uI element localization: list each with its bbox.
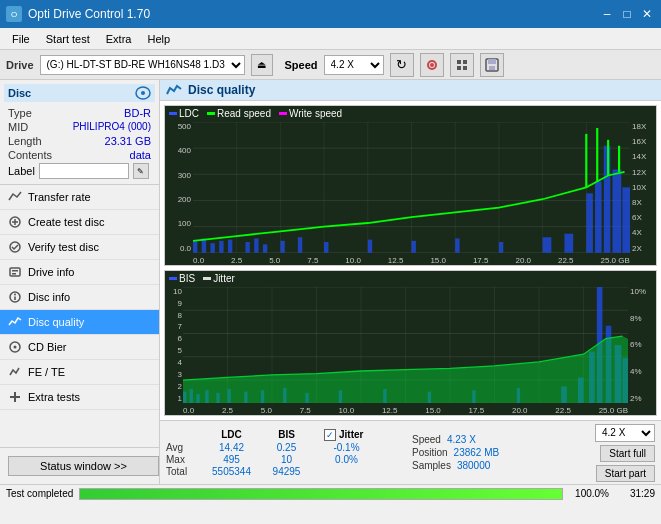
disc-contents-row: Contents data	[4, 148, 155, 162]
legend-write-speed: Write speed	[279, 108, 342, 119]
nav-disc-info[interactable]: Disc info	[0, 285, 159, 310]
nav-drive-info[interactable]: Drive info	[0, 260, 159, 285]
menu-start-test[interactable]: Start test	[38, 31, 98, 47]
svg-rect-60	[613, 170, 622, 253]
app-icon: O	[6, 6, 22, 22]
start-full-button[interactable]: Start full	[600, 445, 655, 462]
samples-row: Samples 380000	[412, 460, 542, 471]
transfer-rate-icon	[8, 190, 22, 204]
panel-icon	[166, 83, 182, 97]
svg-rect-49	[298, 237, 302, 252]
charts-area: LDC Read speed Write speed 500 400 30	[160, 101, 661, 420]
svg-rect-45	[245, 242, 249, 253]
progress-bar-bg	[79, 488, 563, 500]
drive-info-icon	[8, 265, 22, 279]
disc-label-edit-button[interactable]: ✎	[133, 163, 149, 179]
svg-rect-58	[595, 181, 602, 252]
stats-avg-row: Avg 14.42 0.25 -0.1%	[166, 442, 406, 453]
svg-rect-4	[457, 66, 461, 70]
nav-disc-quality[interactable]: Disc quality	[0, 310, 159, 335]
drive-label: Drive	[6, 59, 34, 71]
chart1-y-left: 500 400 300 200 100 0.0	[165, 122, 193, 253]
menu-file[interactable]: File	[4, 31, 38, 47]
svg-rect-57	[586, 193, 593, 252]
disc-quality-icon	[8, 315, 22, 329]
legend-ldc: LDC	[169, 108, 199, 119]
chart1-svg	[193, 122, 630, 253]
stats-max-row: Max 495 10 0.0%	[166, 454, 406, 465]
progress-bar-fill	[80, 489, 562, 499]
svg-rect-55	[543, 237, 552, 252]
sidebar: Disc Type BD-R MID PHILIPRO4 (000) Lengt…	[0, 80, 160, 484]
verify-test-disc-icon	[8, 240, 22, 254]
minimize-button[interactable]: –	[599, 6, 615, 22]
stats-panel: LDC BIS ✓ Jitter Avg 14.42 0.25 -0.1% Ma…	[160, 420, 661, 484]
eject-button[interactable]: ⏏	[251, 54, 273, 76]
extra-tests-icon	[8, 390, 22, 404]
nav-transfer-rate[interactable]: Transfer rate	[0, 185, 159, 210]
close-button[interactable]: ✕	[639, 6, 655, 22]
settings-button1[interactable]	[420, 53, 444, 77]
drive-bar: Drive (G:) HL-DT-ST BD-RE WH16NS48 1.D3 …	[0, 50, 661, 80]
maximize-button[interactable]: □	[619, 6, 635, 22]
disc-label-row: Label ✎	[4, 162, 155, 180]
legend-read-speed: Read speed	[207, 108, 271, 119]
speed-info-panel: Speed 4.23 X Position 23862 MB Samples 3…	[412, 434, 542, 471]
create-test-disc-icon	[8, 215, 22, 229]
stats-header-row: LDC BIS ✓ Jitter	[166, 429, 406, 441]
progress-time: 31:29	[615, 488, 655, 499]
legend-bis: BIS	[169, 273, 195, 284]
status-window-button[interactable]: Status window >>	[8, 456, 159, 476]
svg-rect-56	[564, 234, 573, 253]
disc-section: Disc Type BD-R MID PHILIPRO4 (000) Lengt…	[0, 80, 159, 185]
svg-rect-61	[622, 187, 630, 252]
svg-rect-2	[457, 60, 461, 64]
progress-percent: 100.0%	[569, 488, 609, 499]
speed-label: Speed	[285, 59, 318, 71]
svg-rect-20	[14, 297, 16, 301]
svg-rect-7	[488, 59, 496, 64]
svg-rect-15	[10, 268, 20, 276]
disc-label-input[interactable]	[39, 163, 129, 179]
settings-button2[interactable]	[450, 53, 474, 77]
refresh-button[interactable]: ↻	[390, 53, 414, 77]
speed-dropdown-row: 4.2 X	[595, 424, 655, 442]
nav-verify-test-disc[interactable]: Verify test disc	[0, 235, 159, 260]
nav-fe-te[interactable]: FE / TE	[0, 360, 159, 385]
drive-select[interactable]: (G:) HL-DT-ST BD-RE WH16NS48 1.D3	[40, 55, 245, 75]
disc-type-row: Type BD-R	[4, 106, 155, 120]
svg-rect-17	[12, 273, 16, 275]
menu-help[interactable]: Help	[139, 31, 178, 47]
jitter-checkbox[interactable]: ✓	[324, 429, 336, 441]
menu-bar: File Start test Extra Help	[0, 28, 661, 50]
svg-rect-46	[254, 238, 258, 252]
speed-select[interactable]: 4.2 X	[324, 55, 384, 75]
nav-create-test-disc[interactable]: Create test disc	[0, 210, 159, 235]
legend-jitter: Jitter	[203, 273, 235, 284]
disc-info-icon	[8, 290, 22, 304]
svg-point-19	[14, 294, 16, 296]
disc-length-row: Length 23.31 GB	[4, 134, 155, 148]
svg-rect-40	[193, 241, 197, 253]
jitter-checkbox-container: ✓ Jitter	[324, 429, 363, 441]
action-speed-select[interactable]: 4.2 X	[595, 424, 655, 442]
fe-te-icon	[8, 365, 22, 379]
chart1-legend: LDC Read speed Write speed	[169, 108, 342, 119]
app-title: Opti Drive Control 1.70	[28, 7, 150, 21]
nav-extra-tests[interactable]: Extra tests	[0, 385, 159, 410]
svg-rect-43	[219, 241, 223, 253]
ldc-chart: LDC Read speed Write speed 500 400 30	[164, 105, 657, 266]
menu-extra[interactable]: Extra	[98, 31, 140, 47]
chart2-y-left: 10 9 8 7 6 5 4 3 2 1	[165, 287, 183, 403]
save-button[interactable]	[480, 53, 504, 77]
nav-cd-bier[interactable]: CD Bier	[0, 335, 159, 360]
start-part-button[interactable]: Start part	[596, 465, 655, 482]
nav-list: Transfer rate Create test disc Verify te…	[0, 185, 159, 447]
chart2-y-right: 10% 8% 6% 4% 2%	[628, 287, 656, 403]
svg-rect-52	[412, 241, 416, 253]
chart2-svg	[183, 287, 628, 403]
svg-rect-16	[12, 270, 18, 272]
svg-point-10	[141, 91, 145, 95]
title-bar: O Opti Drive Control 1.70 – □ ✕	[0, 0, 661, 28]
speed-row: Speed 4.23 X	[412, 434, 542, 445]
